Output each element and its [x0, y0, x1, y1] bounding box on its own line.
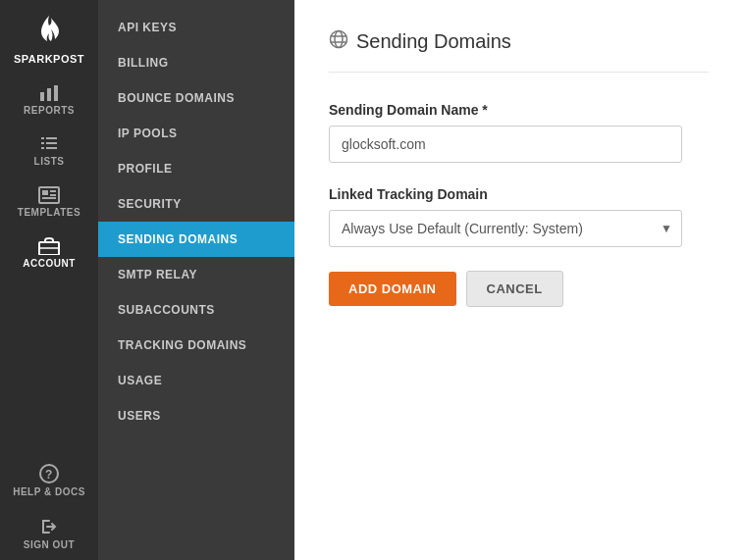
main-content: Sending Domains Sending Domain Name * Li…: [294, 0, 743, 560]
svg-rect-2: [54, 85, 58, 101]
image-icon: [38, 186, 60, 204]
tracking-domain-group: Linked Tracking Domain Always Use Defaul…: [329, 186, 709, 247]
submenu-item-api-keys[interactable]: API KEYS: [98, 10, 294, 45]
sidebar-item-lists-label: LISTS: [34, 156, 65, 167]
submenu-item-tracking-domains[interactable]: TRACKING DOMAINS: [98, 328, 294, 363]
sidebar-item-signout-label: SIGN OUT: [24, 539, 75, 550]
submenu-item-security[interactable]: SECURITY: [98, 186, 294, 222]
svg-rect-6: [46, 142, 57, 144]
domain-name-label: Sending Domain Name *: [329, 102, 709, 118]
tracking-domain-label: Linked Tracking Domain: [329, 186, 709, 202]
svg-rect-5: [41, 142, 44, 144]
page-title: Sending Domains: [356, 30, 511, 53]
domain-name-group: Sending Domain Name *: [329, 102, 709, 163]
sidebar-item-lists[interactable]: LISTS: [0, 126, 98, 177]
sidebar-item-help-label: HELP & DOCS: [13, 486, 85, 497]
help-icon: ?: [39, 464, 59, 484]
globe-icon: [329, 29, 348, 54]
svg-point-18: [331, 31, 347, 48]
sidebar: SPARKPOST REPORTS LISTS TEMPLATES: [0, 0, 98, 560]
submenu-item-usage[interactable]: USAGE: [98, 363, 294, 398]
svg-point-19: [335, 31, 343, 48]
submenu-item-billing[interactable]: BILLING: [98, 45, 294, 80]
sidebar-logo[interactable]: SPARKPOST: [0, 0, 98, 75]
svg-rect-10: [42, 190, 48, 195]
sidebar-item-reports[interactable]: REPORTS: [0, 75, 98, 126]
svg-rect-8: [46, 147, 57, 149]
submenu-item-users[interactable]: USERS: [98, 398, 294, 433]
tracking-domain-select-wrapper: Always Use Default (Currently: System) ▼: [329, 210, 682, 247]
sidebar-item-templates-label: TEMPLATES: [18, 207, 80, 218]
sparkpost-flame-icon: [33, 14, 65, 49]
svg-text:?: ?: [45, 468, 53, 482]
svg-rect-4: [46, 137, 57, 139]
bar-chart-icon: [39, 84, 59, 102]
submenu-item-ip-pools[interactable]: IP POOLS: [98, 116, 294, 151]
form-actions: ADD DOMAIN CANCEL: [329, 271, 709, 307]
briefcase-icon: [38, 237, 60, 255]
submenu-item-bounce-domains[interactable]: BOUNCE DOMAINS: [98, 80, 294, 116]
submenu-item-profile[interactable]: PROFILE: [98, 151, 294, 186]
sidebar-item-account[interactable]: ACCOUNT: [0, 228, 98, 279]
sidebar-item-reports-label: REPORTS: [24, 105, 75, 116]
list-icon: [39, 135, 59, 153]
submenu-item-smtp-relay[interactable]: SMTP RELAY: [98, 257, 294, 292]
signout-icon: [39, 517, 59, 536]
sidebar-logo-label: SPARKPOST: [14, 53, 84, 65]
tracking-domain-select[interactable]: Always Use Default (Currently: System): [329, 210, 682, 247]
svg-rect-0: [40, 92, 44, 101]
sidebar-item-sign-out[interactable]: SIGN OUT: [0, 507, 98, 560]
svg-rect-3: [41, 137, 44, 139]
sidebar-item-templates[interactable]: TEMPLATES: [0, 177, 98, 228]
submenu: API KEYS BILLING BOUNCE DOMAINS IP POOLS…: [98, 0, 294, 560]
page-header: Sending Domains: [329, 29, 709, 73]
sidebar-item-account-label: ACCOUNT: [23, 258, 76, 269]
sidebar-item-help-docs[interactable]: ? HELP & DOCS: [0, 454, 98, 507]
domain-name-input[interactable]: [329, 126, 682, 163]
svg-rect-1: [47, 88, 51, 101]
svg-rect-7: [41, 147, 44, 149]
submenu-item-sending-domains[interactable]: SENDING DOMAINS: [98, 222, 294, 257]
add-domain-button[interactable]: ADD DOMAIN: [329, 272, 456, 306]
submenu-item-subaccounts[interactable]: SUBACCOUNTS: [98, 292, 294, 328]
cancel-button[interactable]: CANCEL: [466, 271, 563, 307]
